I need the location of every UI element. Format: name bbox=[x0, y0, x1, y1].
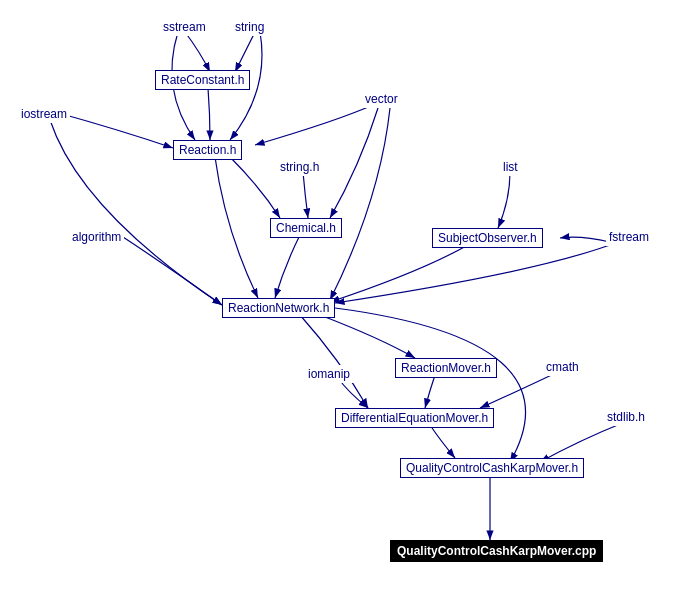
node-algorithm: algorithm bbox=[69, 228, 124, 246]
node-string-h: string.h bbox=[277, 158, 322, 176]
node-reactionnetwork: ReactionNetwork.h bbox=[222, 298, 335, 318]
diagram-container: sstream string iostream RateConstant.h v… bbox=[0, 0, 689, 603]
node-vector: vector bbox=[362, 90, 401, 108]
node-cmath: cmath bbox=[543, 358, 582, 376]
node-subjectobserver: SubjectObserver.h bbox=[432, 228, 543, 248]
node-rateconstant: RateConstant.h bbox=[155, 70, 250, 90]
node-diffeqmover: DifferentialEquationMover.h bbox=[335, 408, 494, 428]
node-sstream: sstream bbox=[160, 18, 209, 36]
node-fstream: fstream bbox=[606, 228, 652, 246]
node-reaction: Reaction.h bbox=[173, 140, 242, 160]
node-iomanip: iomanip bbox=[305, 365, 353, 383]
node-qcck-mover-cpp: QualityControlCashKarpMover.cpp bbox=[390, 540, 603, 562]
node-list: list bbox=[500, 158, 521, 176]
node-chemical: Chemical.h bbox=[270, 218, 342, 238]
node-string: string bbox=[232, 18, 267, 36]
node-stdlib-h: stdlib.h bbox=[604, 408, 648, 426]
node-qcck-mover-h: QualityControlCashKarpMover.h bbox=[400, 458, 584, 478]
dependency-arrows bbox=[0, 0, 689, 603]
node-iostream: iostream bbox=[18, 105, 70, 123]
node-reactionmover: ReactionMover.h bbox=[395, 358, 497, 378]
